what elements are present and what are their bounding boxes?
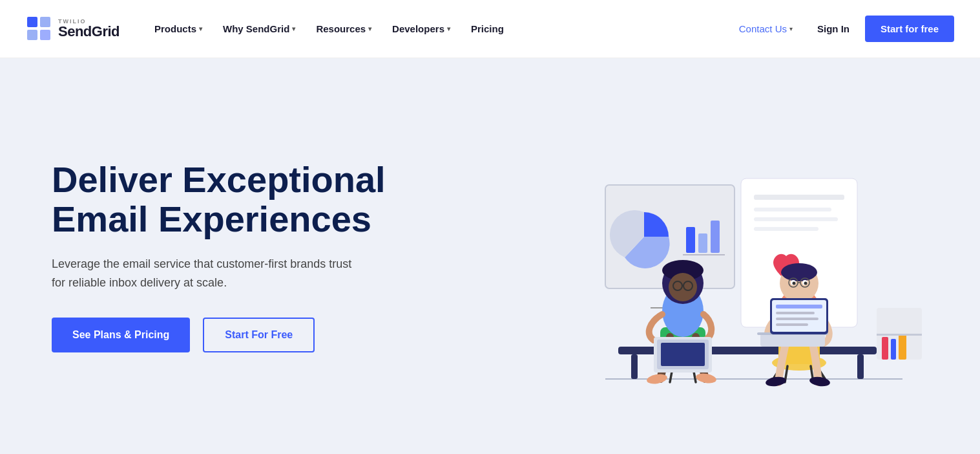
- svg-point-60: [765, 376, 787, 387]
- nav-item-pricing[interactable]: Pricing: [462, 18, 513, 39]
- svg-rect-14: [754, 195, 844, 200]
- svg-rect-62: [760, 334, 825, 347]
- hero-content: Deliver Exceptional Email Experiences Le…: [52, 160, 413, 353]
- nav-signin[interactable]: Sign In: [807, 18, 860, 39]
- logo-text: TWILIO SendGrid: [58, 19, 120, 39]
- svg-rect-15: [754, 208, 831, 211]
- logo-link[interactable]: TWILIO SendGrid: [26, 16, 120, 43]
- chevron-down-icon: ▾: [447, 25, 450, 32]
- svg-rect-1: [40, 17, 50, 27]
- nav-item-resources[interactable]: Resources ▾: [307, 18, 381, 39]
- see-plans-pricing-button[interactable]: See Plans & Pricing: [52, 318, 190, 352]
- svg-rect-0: [27, 17, 37, 27]
- svg-point-52: [781, 263, 817, 281]
- svg-rect-9: [711, 221, 720, 253]
- nav-item-developers[interactable]: Developers ▾: [383, 18, 459, 39]
- hero-subtitle: Leverage the email service that customer…: [52, 255, 362, 292]
- navbar: TWILIO SendGrid Products ▾ Why SendGrid …: [0, 0, 980, 58]
- svg-rect-43: [661, 343, 705, 366]
- chevron-down-icon: ▾: [368, 25, 371, 32]
- chevron-down-icon: ▾: [199, 25, 202, 32]
- svg-rect-25: [877, 334, 922, 336]
- svg-point-55: [793, 282, 796, 285]
- svg-rect-22: [882, 337, 888, 360]
- svg-rect-17: [754, 227, 818, 231]
- svg-rect-16: [754, 217, 838, 221]
- svg-rect-20: [857, 354, 864, 379]
- svg-rect-69: [776, 323, 808, 326]
- sendgrid-label: SendGrid: [58, 25, 120, 39]
- svg-rect-66: [776, 305, 822, 308]
- chevron-down-icon: ▾: [292, 25, 295, 32]
- nav-item-products[interactable]: Products ▾: [145, 18, 211, 39]
- hero-illustration: [554, 107, 941, 405]
- svg-point-40: [695, 372, 717, 384]
- illustration-svg: [554, 107, 941, 405]
- hero-buttons: See Plans & Pricing Start For Free: [52, 318, 413, 352]
- nav-item-why-sendgrid[interactable]: Why SendGrid ▾: [214, 18, 304, 39]
- chevron-down-icon: ▾: [789, 25, 793, 32]
- nav-right: Contact Us ▾ Sign In Start for free: [730, 16, 954, 42]
- logo-icon: [26, 16, 53, 43]
- nav-links: Products ▾ Why SendGrid ▾ Resources ▾ De…: [145, 18, 730, 39]
- svg-rect-3: [40, 30, 50, 40]
- nav-start-free-button[interactable]: Start for free: [865, 16, 954, 42]
- nav-contact-us[interactable]: Contact Us ▾: [730, 18, 802, 39]
- hero-title: Deliver Exceptional Email Experiences: [52, 160, 413, 239]
- hero-section: Deliver Exceptional Email Experiences Le…: [0, 58, 980, 454]
- svg-point-56: [804, 282, 808, 285]
- svg-rect-24: [899, 334, 906, 360]
- svg-rect-19: [631, 354, 638, 379]
- svg-rect-7: [686, 227, 695, 253]
- start-for-free-button[interactable]: Start For Free: [203, 318, 315, 352]
- svg-rect-2: [27, 30, 37, 40]
- svg-rect-8: [698, 233, 707, 253]
- svg-rect-67: [776, 312, 815, 314]
- svg-rect-68: [776, 318, 818, 320]
- svg-rect-23: [891, 339, 896, 360]
